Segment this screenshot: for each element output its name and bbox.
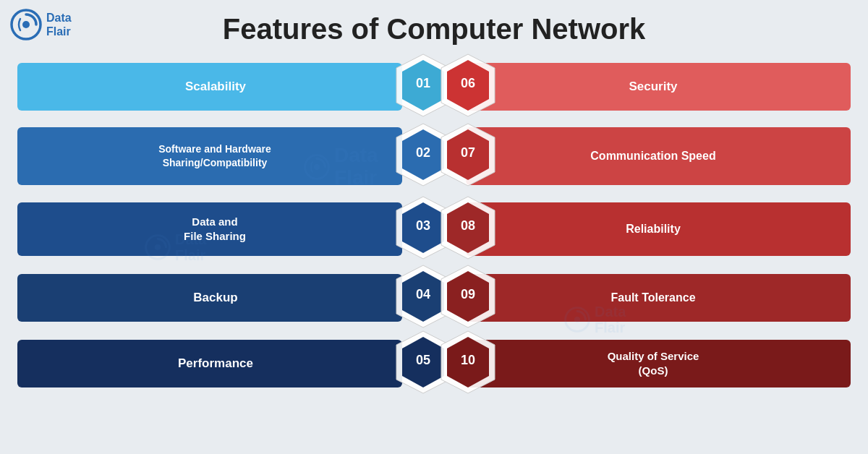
feature-commspeed: 07 Communication Speed — [441, 121, 851, 191]
svg-text:08: 08 — [461, 218, 475, 233]
feature-scalability: Scalability 01 — [17, 57, 427, 116]
label-qos: Quality of Service(QoS) — [466, 349, 851, 379]
svg-text:09: 09 — [461, 287, 475, 301]
logo-text: Data Flair — [46, 11, 72, 38]
label-scalability: Scalability — [17, 79, 402, 95]
hex-06: 06 — [440, 53, 496, 121]
label-backup: Backup — [17, 290, 402, 306]
label-performance: Performance — [17, 356, 402, 372]
feature-security: 06 Security — [441, 57, 851, 116]
feature-fileshare: Data andFile Sharing 03 — [17, 196, 427, 262]
label-software: Software and HardwareSharing/Compatibili… — [17, 142, 402, 170]
svg-point-1 — [22, 21, 30, 28]
svg-text:07: 07 — [461, 145, 475, 160]
hex-07: 07 — [440, 122, 496, 190]
svg-text:01: 01 — [416, 76, 430, 90]
svg-text:03: 03 — [416, 218, 430, 233]
page-title: Features of Computer Network — [0, 0, 868, 56]
bar-faulttol: Fault Tolerance — [466, 274, 851, 322]
svg-text:10: 10 — [461, 353, 475, 367]
bar-performance: Performance — [17, 340, 402, 387]
label-commspeed: Communication Speed — [466, 150, 851, 163]
feature-performance: Performance 05 — [17, 333, 427, 394]
svg-text:02: 02 — [416, 145, 430, 160]
feature-backup: Backup 04 — [17, 267, 427, 328]
bar-software: Software and HardwareSharing/Compatibili… — [17, 127, 402, 185]
hex-10: 10 — [440, 330, 496, 398]
hex-08: 08 — [440, 195, 496, 263]
feature-software: Software and HardwareSharing/Compatibili… — [17, 121, 427, 191]
label-security: Security — [466, 80, 851, 94]
bar-backup: Backup — [17, 274, 402, 322]
bar-reliability: Reliability — [466, 202, 851, 256]
label-faulttol: Fault Tolerance — [466, 291, 851, 304]
svg-text:04: 04 — [416, 287, 430, 301]
hex-09: 09 — [440, 264, 496, 332]
logo: Data Flair — [10, 9, 72, 40]
bar-qos: Quality of Service(QoS) — [466, 340, 851, 387]
bar-security: Security — [466, 63, 851, 111]
bar-commspeed: Communication Speed — [466, 127, 851, 185]
svg-text:05: 05 — [416, 353, 430, 367]
feature-reliability: 08 Reliability — [441, 196, 851, 262]
label-fileshare: Data andFile Sharing — [17, 215, 402, 244]
label-reliability: Reliability — [466, 223, 851, 236]
bar-fileshare: Data andFile Sharing — [17, 202, 402, 256]
feature-qos: 10 Quality of Service(QoS) — [441, 333, 851, 394]
svg-text:06: 06 — [461, 76, 475, 90]
feature-faulttol: 09 Fault Tolerance — [441, 267, 851, 328]
bar-scalability: Scalability — [17, 63, 402, 111]
